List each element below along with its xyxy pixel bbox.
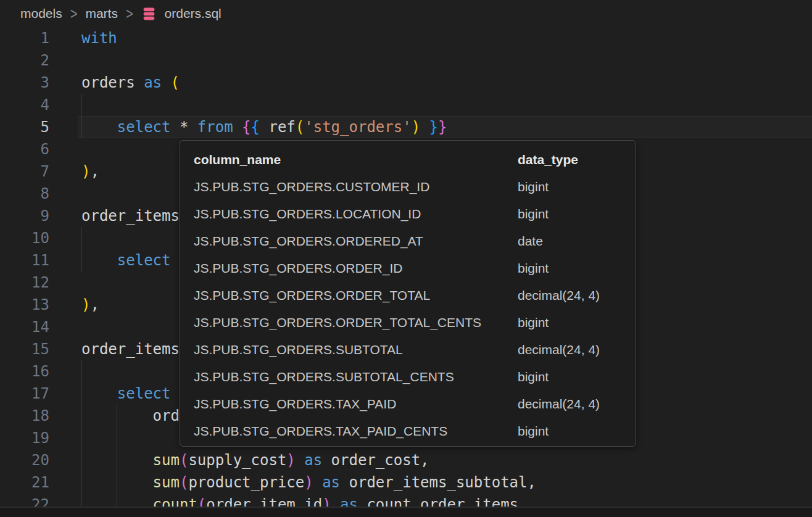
popup-column-name: JS.PUB.STG_ORDERS.CUSTOMER_ID xyxy=(194,173,518,201)
popup-header-row: column_namedata_type xyxy=(194,146,629,173)
column-info-popup: column_namedata_typeJS.PUB.STG_ORDERS.CU… xyxy=(180,140,636,447)
breadcrumb-item-file[interactable]: orders.sql xyxy=(165,6,222,21)
code-line[interactable]: 2 xyxy=(0,49,812,72)
code-text: ), xyxy=(81,294,99,316)
popup-data-type: bigint xyxy=(518,363,629,391)
popup-data-type: bigint xyxy=(518,255,629,282)
code-editor-window: models > marts > orders.sql 1with23order… xyxy=(0,0,812,517)
line-number: 11 xyxy=(0,249,49,271)
database-icon xyxy=(141,6,157,22)
code-line[interactable]: 4 xyxy=(0,94,812,116)
popup-row: JS.PUB.STG_ORDERS.TAX_PAID_CENTSbigint xyxy=(194,418,629,445)
popup-column-name: JS.PUB.STG_ORDERS.SUBTOTAL xyxy=(194,336,518,363)
line-number: 3 xyxy=(0,72,49,94)
popup-row: JS.PUB.STG_ORDERS.ORDERED_ATdate xyxy=(194,228,629,255)
popup-data-type: decimal(24, 4) xyxy=(518,391,629,418)
popup-column-header: column_name xyxy=(194,146,518,173)
line-number: 9 xyxy=(0,205,49,227)
code-line[interactable]: 22 count(order_item_id) as count_order_i… xyxy=(0,494,812,507)
popup-data-type: decimal(24, 4) xyxy=(518,282,629,309)
code-text: order_items xyxy=(81,205,180,227)
code-text: count(order_item_id) as count_order_item… xyxy=(81,494,518,507)
popup-row: JS.PUB.STG_ORDERS.ORDER_IDbigint xyxy=(194,255,629,282)
breadcrumb-item-marts[interactable]: marts xyxy=(85,6,118,21)
code-text: select xyxy=(81,249,171,271)
code-line[interactable]: 5 select * from {{ ref('stg_orders') }} xyxy=(0,116,812,138)
line-number: 7 xyxy=(0,160,49,183)
popup-column-name: JS.PUB.STG_ORDERS.ORDER_TOTAL xyxy=(194,282,518,309)
line-number: 12 xyxy=(0,271,49,294)
code-text: order_items xyxy=(81,338,180,360)
line-number: 17 xyxy=(0,383,49,405)
code-text: sum(product_price) as order_items_subtot… xyxy=(81,471,536,494)
line-number: 21 xyxy=(0,471,49,494)
popup-data-type: bigint xyxy=(518,309,629,336)
popup-data-type: bigint xyxy=(518,201,629,228)
line-number: 22 xyxy=(0,494,49,507)
line-number: 6 xyxy=(0,138,49,160)
popup-row: JS.PUB.STG_ORDERS.LOCATION_IDbigint xyxy=(194,201,629,228)
popup-column-name: JS.PUB.STG_ORDERS.SUBTOTAL_CENTS xyxy=(194,363,518,391)
chevron-right-icon: > xyxy=(126,5,133,23)
popup-row: JS.PUB.STG_ORDERS.ORDER_TOTALdecimal(24,… xyxy=(194,282,629,309)
popup-row: JS.PUB.STG_ORDERS.SUBTOTALdecimal(24, 4) xyxy=(194,336,629,363)
popup-column-header: data_type xyxy=(518,146,629,173)
popup-column-name: JS.PUB.STG_ORDERS.TAX_PAID_CENTS xyxy=(194,418,518,445)
popup-row: JS.PUB.STG_ORDERS.ORDER_TOTAL_CENTSbigin… xyxy=(194,309,629,336)
popup-row: JS.PUB.STG_ORDERS.TAX_PAIDdecimal(24, 4) xyxy=(194,391,629,418)
popup-data-type: bigint xyxy=(518,418,629,445)
code-line[interactable]: 20 sum(supply_cost) as order_cost, xyxy=(0,449,812,471)
code-text: select xyxy=(81,383,171,405)
popup-column-name: JS.PUB.STG_ORDERS.TAX_PAID xyxy=(194,391,518,418)
code-text: ord xyxy=(81,405,180,427)
code-text: select * from {{ ref('stg_orders') }} xyxy=(81,116,447,138)
popup-data-type: date xyxy=(518,228,629,255)
line-number: 4 xyxy=(0,94,49,116)
code-line[interactable]: 3orders as ( xyxy=(0,72,812,94)
line-number: 8 xyxy=(0,183,49,205)
popup-data-type: bigint xyxy=(518,173,629,201)
chevron-right-icon: > xyxy=(70,5,78,23)
popup-row: JS.PUB.STG_ORDERS.CUSTOMER_IDbigint xyxy=(194,173,629,201)
line-number: 15 xyxy=(0,338,49,360)
code-line[interactable]: 1with xyxy=(0,27,812,49)
code-text: orders as ( xyxy=(81,72,180,94)
popup-row: JS.PUB.STG_ORDERS.SUBTOTAL_CENTSbigint xyxy=(194,363,629,391)
panel-edge xyxy=(0,507,812,517)
popup-data-type: decimal(24, 4) xyxy=(518,336,629,363)
line-number: 2 xyxy=(0,49,49,72)
breadcrumb: models > marts > orders.sql xyxy=(0,0,812,27)
popup-column-name: JS.PUB.STG_ORDERS.ORDERED_AT xyxy=(194,228,518,255)
popup-column-name: JS.PUB.STG_ORDERS.ORDER_TOTAL_CENTS xyxy=(194,309,518,336)
code-line[interactable]: 21 sum(product_price) as order_items_sub… xyxy=(0,471,812,494)
code-text: ), xyxy=(81,160,99,183)
line-number: 13 xyxy=(0,294,49,316)
line-number: 10 xyxy=(0,227,49,249)
line-number: 16 xyxy=(0,360,49,383)
line-number: 19 xyxy=(0,427,49,449)
popup-column-name: JS.PUB.STG_ORDERS.ORDER_ID xyxy=(194,255,518,282)
line-number: 18 xyxy=(0,405,49,427)
line-number: 1 xyxy=(0,27,49,49)
code-text: with xyxy=(81,27,117,49)
breadcrumb-item-models[interactable]: models xyxy=(20,6,62,21)
line-number: 5 xyxy=(0,116,49,138)
popup-column-name: JS.PUB.STG_ORDERS.LOCATION_ID xyxy=(194,201,518,228)
line-number: 20 xyxy=(0,449,49,471)
line-number: 14 xyxy=(0,316,49,338)
editor-pane[interactable]: 1with23orders as (45 select * from {{ re… xyxy=(0,27,812,507)
code-text: sum(supply_cost) as order_cost, xyxy=(81,449,429,471)
